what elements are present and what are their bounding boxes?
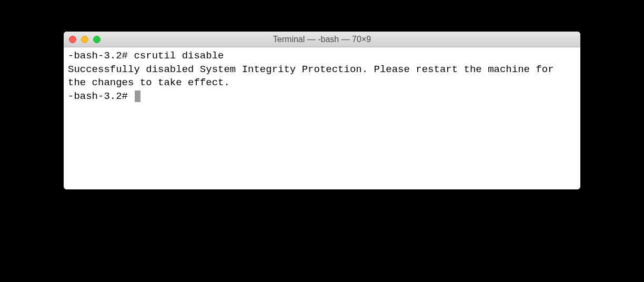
terminal-output: Successfully disabled System Integrity P… [68,63,576,90]
window-title: Terminal — -bash — 70×9 [64,35,580,44]
terminal-prompt: -bash-3.2# [68,90,134,102]
minimize-button[interactable] [81,36,88,43]
traffic-lights [69,36,100,43]
terminal-content[interactable]: -bash-3.2# csrutil disableSuccessfully d… [64,47,580,189]
zoom-button[interactable] [93,36,100,43]
terminal-line: -bash-3.2# csrutil disable [68,49,576,63]
titlebar[interactable]: Terminal — -bash — 70×9 [64,32,580,47]
close-button[interactable] [69,36,76,43]
terminal-window: Terminal — -bash — 70×9 -bash-3.2# csrut… [64,32,580,189]
cursor [135,90,140,102]
